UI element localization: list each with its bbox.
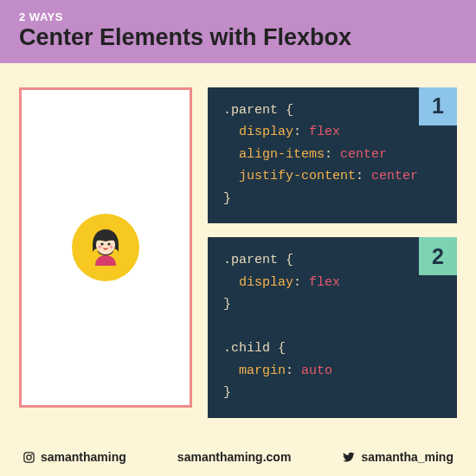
badge-2: 2 — [419, 237, 457, 275]
code-line — [223, 316, 441, 338]
svg-rect-5 — [24, 452, 34, 461]
code-line: } — [223, 188, 441, 210]
code-line: .parent { — [223, 100, 441, 122]
footer: samanthaming samanthaming.com samantha_m… — [0, 445, 476, 476]
avatar — [72, 214, 139, 281]
svg-point-4 — [110, 245, 113, 248]
code-card-2: 2.parent { display: flex} .child { margi… — [208, 237, 457, 418]
page-title: Center Elements with Flexbox — [19, 25, 457, 51]
website-link: samanthaming.com — [177, 450, 291, 464]
code-card-1: 1.parent { display: flex align-items: ce… — [208, 87, 457, 224]
instagram-handle: samanthaming — [23, 450, 126, 464]
twitter-handle: samantha_ming — [342, 450, 453, 464]
code-line: display: flex — [223, 121, 441, 144]
code-line: justify-content: center — [223, 165, 441, 188]
svg-point-6 — [27, 454, 31, 459]
badge-1: 1 — [419, 87, 457, 125]
twitter-text: samantha_ming — [361, 450, 453, 464]
svg-point-7 — [31, 453, 33, 455]
twitter-icon — [342, 451, 356, 463]
instagram-text: samanthaming — [41, 450, 126, 464]
svg-point-2 — [107, 242, 110, 245]
demo-box — [19, 87, 192, 408]
code-line: align-items: center — [223, 144, 441, 166]
website-text: samanthaming.com — [177, 450, 291, 464]
svg-point-1 — [100, 242, 103, 245]
code-line: .child { — [223, 338, 441, 360]
code-line: margin: auto — [223, 360, 441, 383]
svg-point-3 — [99, 245, 102, 248]
code-line: } — [223, 382, 441, 404]
header: 2 WAYS Center Elements with Flexbox — [0, 0, 476, 63]
avatar-illustration-icon — [82, 224, 129, 271]
code-line: display: flex — [223, 272, 441, 294]
code-line: } — [223, 293, 441, 316]
code-column: 1.parent { display: flex align-items: ce… — [208, 87, 457, 434]
code-line: .parent { — [223, 249, 441, 272]
overline: 2 WAYS — [19, 10, 457, 23]
main-content: 1.parent { display: flex align-items: ce… — [0, 63, 476, 445]
instagram-icon — [23, 451, 35, 464]
